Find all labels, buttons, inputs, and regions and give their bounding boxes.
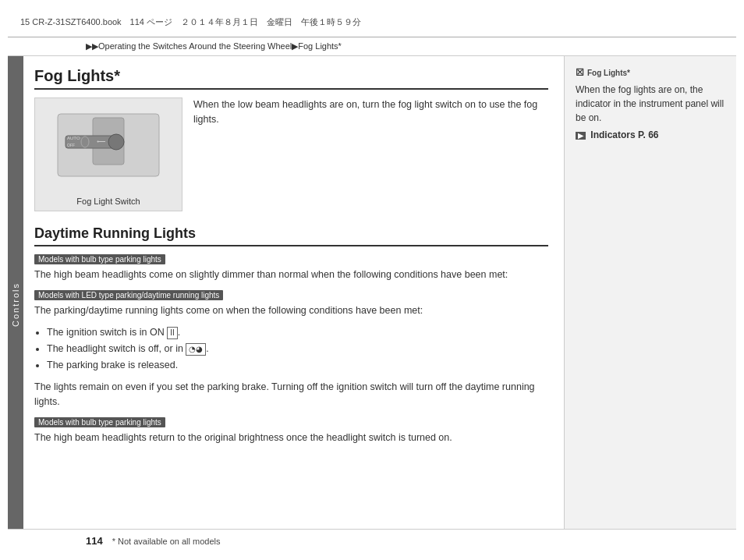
footer-note: * Not available on all models [112, 537, 221, 546]
main-content: Controls Fog Lights* AUTO OFF [8, 56, 736, 552]
check-icon: ☒ [576, 67, 584, 78]
fog-image-container: AUTO OFF ⟵ Fog Light Switch [34, 97, 182, 211]
content-left: Fog Lights* AUTO OFF ⟵ [23, 56, 565, 552]
top-bar: 15 CR-Z-31SZT6400.book 114 ページ ２０１４年８月１日… [8, 8, 736, 37]
right-panel-description: When the fog lights are on, the indicato… [576, 83, 725, 125]
drl-text3: The high beam headlights return to the o… [34, 431, 548, 445]
content-right: ☒ Fog Lights* When the fog lights are on… [565, 56, 736, 552]
bullet-2: The headlight switch is off, or in ◔◕. [47, 341, 548, 357]
bullet-1: The ignition switch is in ON II. [47, 324, 548, 341]
top-bar-text: 15 CR-Z-31SZT6400.book 114 ページ ２０１４年８月１日… [20, 16, 361, 28]
fog-image-caption: Fog Light Switch [76, 197, 140, 206]
right-panel-badge: ☒ Fog Lights* [576, 67, 725, 78]
headlight-icon: ◔◕ [186, 343, 206, 356]
right-panel-link-label: Indicators [590, 129, 635, 140]
svg-text:⟵: ⟵ [97, 138, 106, 145]
sidebar-tab-label: Controls [11, 282, 20, 327]
fog-switch-image: AUTO OFF ⟵ [50, 106, 167, 192]
arrow-icon: ▶ [576, 132, 586, 140]
svg-point-3 [108, 134, 124, 150]
bullet-3: The parking brake is released. [47, 357, 548, 374]
drl-bullet-list: The ignition switch is in ON II. The hea… [47, 324, 548, 374]
svg-text:AUTO: AUTO [67, 136, 80, 140]
right-panel-badge-text: Fog Lights* [587, 69, 630, 77]
drl-text1: The high beam headlights come on slightl… [34, 268, 548, 282]
fog-lights-section: AUTO OFF ⟵ Fog Light Switch When the low… [34, 97, 548, 211]
drl-section-title: Daytime Running Lights [34, 225, 548, 246]
ignition-icon: II [167, 327, 178, 339]
right-panel-link-page: P. 66 [638, 129, 658, 140]
badge-led: Models with LED type parking/daytime run… [34, 290, 223, 300]
breadcrumb-text: ▶▶Operating the Switches Around the Stee… [86, 41, 342, 51]
drl-text2: The parking/daytime running lights come … [34, 303, 548, 318]
badge-bulb-2: Models with bulb type parking lights [34, 417, 165, 427]
fog-lights-title: Fog Lights* [34, 67, 548, 90]
badge-bulb-1: Models with bulb type parking lights [34, 254, 165, 264]
fog-lights-description: When the low beam headlights are on, tur… [193, 97, 548, 211]
sidebar-tab: Controls [8, 56, 23, 552]
breadcrumb: ▶▶Operating the Switches Around the Stee… [8, 37, 736, 56]
drl-bottom-text: The lights remain on even if you set the… [34, 380, 548, 409]
page-number: 114 [86, 535, 103, 547]
svg-text:OFF: OFF [67, 143, 75, 147]
right-panel-link: ▶ Indicators P. 66 [576, 129, 725, 140]
footer: 114 * Not available on all models [8, 529, 736, 552]
